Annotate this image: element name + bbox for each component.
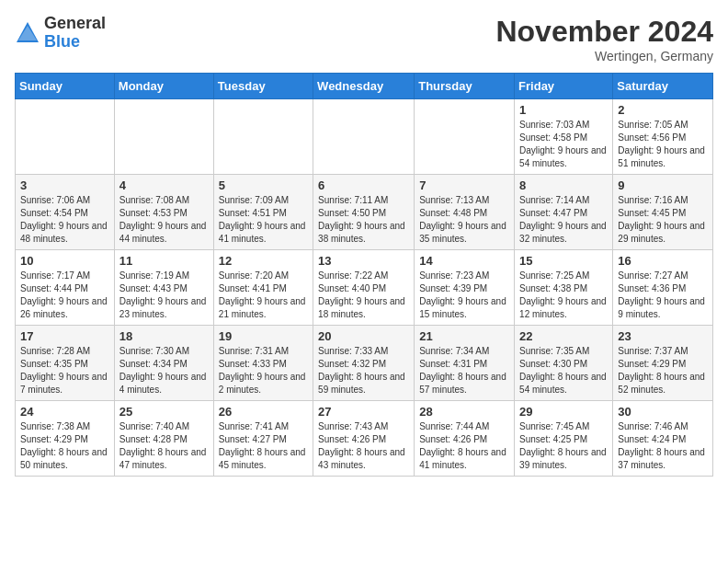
day-number: 27 — [318, 405, 409, 419]
day-info: Sunrise: 7:09 AM Sunset: 4:51 PM Dayligh… — [219, 194, 308, 246]
header-sunday: Sunday — [16, 74, 115, 99]
header-tuesday: Tuesday — [213, 74, 313, 99]
day-info: Sunrise: 7:14 AM Sunset: 4:47 PM Dayligh… — [519, 194, 608, 246]
day-number: 29 — [519, 405, 608, 419]
table-row: 25Sunrise: 7:40 AM Sunset: 4:28 PM Dayli… — [114, 401, 213, 477]
table-row: 17Sunrise: 7:28 AM Sunset: 4:35 PM Dayli… — [16, 326, 115, 401]
day-info: Sunrise: 7:25 AM Sunset: 4:38 PM Dayligh… — [519, 270, 608, 321]
day-info: Sunrise: 7:17 AM Sunset: 4:44 PM Dayligh… — [20, 270, 109, 321]
day-number: 21 — [419, 329, 509, 343]
location-label: Wertingen, Germany — [495, 49, 713, 63]
logo: General Blue — [15, 15, 106, 52]
day-number: 20 — [318, 329, 409, 343]
day-info: Sunrise: 7:31 AM Sunset: 4:33 PM Dayligh… — [219, 345, 308, 396]
table-row: 14Sunrise: 7:23 AM Sunset: 4:39 PM Dayli… — [415, 250, 515, 326]
day-info: Sunrise: 7:43 AM Sunset: 4:26 PM Dayligh… — [318, 420, 409, 472]
table-row: 26Sunrise: 7:41 AM Sunset: 4:27 PM Dayli… — [213, 401, 313, 477]
calendar-week-row: 1Sunrise: 7:03 AM Sunset: 4:58 PM Daylig… — [16, 99, 713, 175]
header-monday: Monday — [114, 74, 213, 99]
table-row: 7Sunrise: 7:13 AM Sunset: 4:48 PM Daylig… — [415, 175, 515, 250]
table-row: 29Sunrise: 7:45 AM Sunset: 4:25 PM Dayli… — [515, 401, 613, 477]
day-number: 22 — [519, 329, 608, 343]
day-number: 11 — [119, 254, 209, 268]
day-info: Sunrise: 7:11 AM Sunset: 4:50 PM Dayligh… — [318, 194, 409, 246]
table-row: 22Sunrise: 7:35 AM Sunset: 4:30 PM Dayli… — [515, 326, 613, 401]
page-header: General Blue November 2024 Wertingen, Ge… — [15, 15, 713, 63]
month-title: November 2024 — [495, 15, 713, 49]
day-info: Sunrise: 7:03 AM Sunset: 4:58 PM Dayligh… — [519, 119, 608, 170]
table-row: 21Sunrise: 7:34 AM Sunset: 4:31 PM Dayli… — [415, 326, 515, 401]
day-info: Sunrise: 7:34 AM Sunset: 4:31 PM Dayligh… — [419, 345, 509, 396]
day-info: Sunrise: 7:40 AM Sunset: 4:28 PM Dayligh… — [119, 420, 209, 472]
logo-icon — [15, 20, 40, 46]
table-row: 3Sunrise: 7:06 AM Sunset: 4:54 PM Daylig… — [16, 175, 115, 250]
table-row — [213, 99, 313, 175]
table-row: 24Sunrise: 7:38 AM Sunset: 4:29 PM Dayli… — [16, 401, 115, 477]
table-row: 30Sunrise: 7:46 AM Sunset: 4:24 PM Dayli… — [613, 401, 713, 477]
calendar-week-row: 10Sunrise: 7:17 AM Sunset: 4:44 PM Dayli… — [16, 250, 713, 326]
svg-marker-1 — [18, 26, 37, 40]
day-number: 17 — [20, 329, 109, 343]
day-number: 28 — [419, 405, 509, 419]
day-number: 2 — [618, 103, 708, 117]
day-number: 14 — [419, 254, 509, 268]
title-block: November 2024 Wertingen, Germany — [495, 15, 713, 63]
table-row: 11Sunrise: 7:19 AM Sunset: 4:43 PM Dayli… — [114, 250, 213, 326]
table-row: 28Sunrise: 7:44 AM Sunset: 4:26 PM Dayli… — [415, 401, 515, 477]
day-number: 12 — [219, 254, 308, 268]
calendar-week-row: 3Sunrise: 7:06 AM Sunset: 4:54 PM Daylig… — [16, 175, 713, 250]
day-number: 3 — [20, 178, 109, 192]
calendar-week-row: 17Sunrise: 7:28 AM Sunset: 4:35 PM Dayli… — [16, 326, 713, 401]
table-row: 13Sunrise: 7:22 AM Sunset: 4:40 PM Dayli… — [313, 250, 415, 326]
day-number: 23 — [618, 329, 708, 343]
calendar-week-row: 24Sunrise: 7:38 AM Sunset: 4:29 PM Dayli… — [16, 401, 713, 477]
table-row: 10Sunrise: 7:17 AM Sunset: 4:44 PM Dayli… — [16, 250, 115, 326]
table-row: 15Sunrise: 7:25 AM Sunset: 4:38 PM Dayli… — [515, 250, 613, 326]
table-row: 19Sunrise: 7:31 AM Sunset: 4:33 PM Dayli… — [213, 326, 313, 401]
day-info: Sunrise: 7:46 AM Sunset: 4:24 PM Dayligh… — [618, 420, 708, 472]
day-number: 4 — [119, 178, 209, 192]
day-info: Sunrise: 7:05 AM Sunset: 4:56 PM Dayligh… — [618, 119, 708, 170]
day-info: Sunrise: 7:08 AM Sunset: 4:53 PM Dayligh… — [119, 194, 209, 246]
table-row: 4Sunrise: 7:08 AM Sunset: 4:53 PM Daylig… — [114, 175, 213, 250]
day-info: Sunrise: 7:37 AM Sunset: 4:29 PM Dayligh… — [618, 345, 708, 396]
day-number: 7 — [419, 178, 509, 192]
table-row: 20Sunrise: 7:33 AM Sunset: 4:32 PM Dayli… — [313, 326, 415, 401]
table-row: 23Sunrise: 7:37 AM Sunset: 4:29 PM Dayli… — [613, 326, 713, 401]
logo-blue-label: Blue — [44, 33, 106, 52]
day-number: 18 — [119, 329, 209, 343]
day-info: Sunrise: 7:33 AM Sunset: 4:32 PM Dayligh… — [318, 345, 409, 396]
table-row: 27Sunrise: 7:43 AM Sunset: 4:26 PM Dayli… — [313, 401, 415, 477]
table-row — [313, 99, 415, 175]
day-number: 24 — [20, 405, 109, 419]
day-number: 25 — [119, 405, 209, 419]
logo-general-label: General — [44, 15, 106, 33]
day-number: 9 — [618, 178, 708, 192]
day-number: 26 — [219, 405, 308, 419]
table-row: 2Sunrise: 7:05 AM Sunset: 4:56 PM Daylig… — [613, 99, 713, 175]
day-info: Sunrise: 7:41 AM Sunset: 4:27 PM Dayligh… — [219, 420, 308, 472]
day-number: 8 — [519, 178, 608, 192]
day-number: 5 — [219, 178, 308, 192]
table-row: 12Sunrise: 7:20 AM Sunset: 4:41 PM Dayli… — [213, 250, 313, 326]
calendar-table: Sunday Monday Tuesday Wednesday Thursday… — [15, 73, 713, 477]
day-info: Sunrise: 7:22 AM Sunset: 4:40 PM Dayligh… — [318, 270, 409, 321]
day-info: Sunrise: 7:20 AM Sunset: 4:41 PM Dayligh… — [219, 270, 308, 321]
day-number: 1 — [519, 103, 608, 117]
day-number: 13 — [318, 254, 409, 268]
table-row — [114, 99, 213, 175]
day-info: Sunrise: 7:06 AM Sunset: 4:54 PM Dayligh… — [20, 194, 109, 246]
header-friday: Friday — [515, 74, 613, 99]
table-row: 8Sunrise: 7:14 AM Sunset: 4:47 PM Daylig… — [515, 175, 613, 250]
table-row: 6Sunrise: 7:11 AM Sunset: 4:50 PM Daylig… — [313, 175, 415, 250]
day-info: Sunrise: 7:27 AM Sunset: 4:36 PM Dayligh… — [618, 270, 708, 321]
logo-text: General Blue — [44, 15, 106, 52]
day-number: 6 — [318, 178, 409, 192]
header-wednesday: Wednesday — [313, 74, 415, 99]
day-number: 10 — [20, 254, 109, 268]
header-thursday: Thursday — [415, 74, 515, 99]
day-number: 19 — [219, 329, 308, 343]
weekday-header-row: Sunday Monday Tuesday Wednesday Thursday… — [16, 74, 713, 99]
table-row: 5Sunrise: 7:09 AM Sunset: 4:51 PM Daylig… — [213, 175, 313, 250]
table-row: 16Sunrise: 7:27 AM Sunset: 4:36 PM Dayli… — [613, 250, 713, 326]
